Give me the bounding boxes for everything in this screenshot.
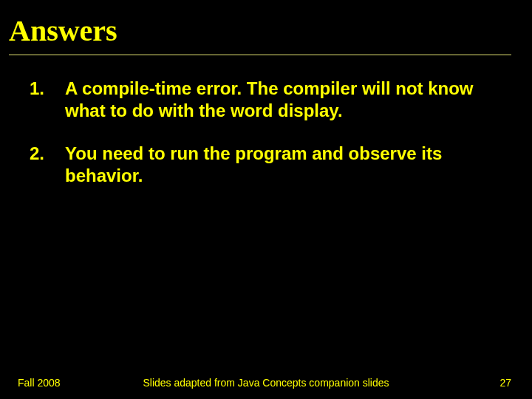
slide-footer: Fall 2008 Slides adapted from Java Conce… bbox=[0, 377, 532, 389]
slide-title: Answers bbox=[0, 0, 532, 54]
slide-content: 1. A compile-time error. The compiler wi… bbox=[0, 55, 532, 187]
list-item: 1. A compile-time error. The compiler wi… bbox=[30, 78, 502, 122]
list-text: A compile-time error. The compiler will … bbox=[65, 78, 502, 122]
footer-attribution: Slides adapted from Java Concepts compan… bbox=[0, 377, 532, 389]
list-number: 1. bbox=[30, 78, 65, 122]
list-number: 2. bbox=[30, 143, 65, 187]
list-item: 2. You need to run the program and obser… bbox=[30, 143, 502, 187]
slide-number: 27 bbox=[499, 377, 511, 389]
footer-term: Fall 2008 bbox=[18, 377, 61, 389]
list-text: You need to run the program and observe … bbox=[65, 143, 502, 187]
